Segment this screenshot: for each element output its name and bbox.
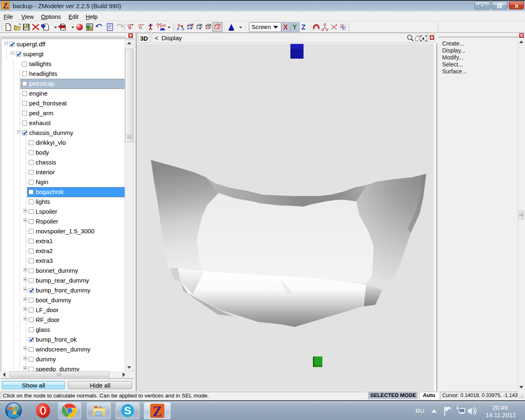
svg-text:Z: Z bbox=[301, 24, 306, 31]
svg-text:20:49: 20:49 bbox=[492, 404, 508, 411]
svg-text:14.11.2012: 14.11.2012 bbox=[486, 411, 516, 418]
svg-text:S: S bbox=[124, 404, 131, 417]
svg-text:X: X bbox=[283, 24, 288, 31]
svg-text:RU: RU bbox=[415, 407, 425, 414]
svg-text:Screen: Screen bbox=[251, 23, 271, 30]
svg-text:Z: Z bbox=[153, 404, 162, 420]
svg-text:Y: Y bbox=[292, 24, 297, 31]
